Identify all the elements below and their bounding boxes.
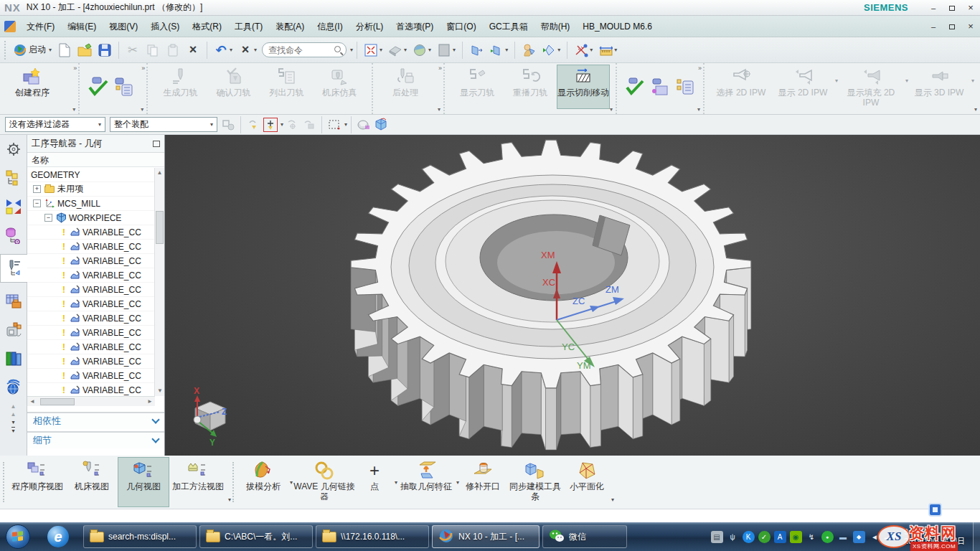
scroll-down-icon[interactable]: ▼ bbox=[155, 386, 165, 396]
tool-list-icon[interactable] bbox=[113, 76, 135, 98]
graphics-viewport[interactable]: XM XC ZC ZM YC YM X Z Y bbox=[165, 135, 980, 456]
clip-section-button[interactable] bbox=[467, 42, 486, 59]
tree-row-workpiece[interactable]: − WORKPIECE bbox=[27, 211, 155, 225]
tree-row-operation[interactable]: ! VARIABLE_CC bbox=[27, 340, 155, 354]
menu-item[interactable]: 分析(L) bbox=[349, 22, 390, 32]
web-browser-icon[interactable] bbox=[3, 376, 24, 399]
show-toolpath-button[interactable]: 显示刀轨 bbox=[451, 65, 504, 109]
tree-row-operation[interactable]: ! VARIABLE_CC bbox=[27, 311, 155, 326]
chevron-down-icon[interactable]: ▾ bbox=[72, 106, 75, 113]
restore-button[interactable] bbox=[946, 4, 958, 12]
dependencies-section[interactable]: 相依性 bbox=[27, 412, 164, 429]
chevron-down-icon[interactable]: ▾ bbox=[350, 47, 353, 53]
delete-button[interactable]: × bbox=[184, 42, 202, 59]
extract-geometry-button[interactable]: 抽取几何特征 bbox=[397, 457, 455, 507]
undock-icon[interactable] bbox=[153, 141, 160, 147]
machining-method-view-button[interactable]: 加工方法视图 bbox=[169, 457, 227, 507]
machine-navigator-icon[interactable] bbox=[3, 319, 24, 342]
show-2d-ipw-button[interactable]: 显示 2D IPW bbox=[772, 65, 834, 109]
chevron-down-icon[interactable]: ▾ bbox=[611, 496, 614, 503]
start-menu-button[interactable]: 启动 ▾ bbox=[11, 42, 54, 59]
expand-icon[interactable]: » bbox=[698, 65, 700, 72]
open-file-button[interactable] bbox=[75, 42, 94, 59]
operation-list-icon[interactable] bbox=[674, 76, 695, 98]
tree-row-operation[interactable]: ! VARIABLE_CC bbox=[27, 383, 155, 396]
menu-item[interactable]: 窗口(O) bbox=[440, 22, 482, 32]
chevron-down-icon[interactable]: ▾ bbox=[610, 106, 613, 113]
chevron-down-icon[interactable]: ▾ bbox=[228, 496, 231, 503]
menu-item[interactable]: 信息(I) bbox=[311, 22, 349, 32]
wechat-tray-icon[interactable]: ● bbox=[821, 531, 834, 543]
preferences-button[interactable]: ▾ bbox=[540, 42, 562, 59]
edit-section-button[interactable]: ▾ bbox=[487, 42, 510, 59]
machine-simulation-button[interactable]: 机床仿真 bbox=[313, 65, 366, 109]
wave-geometry-linker-button[interactable]: WAVE 几何链接器 bbox=[293, 457, 356, 507]
scrollbar-thumb[interactable] bbox=[40, 398, 75, 405]
taskbar-item-folder1[interactable]: search-ms:displ... bbox=[83, 525, 197, 548]
menu-item[interactable]: 工具(T) bbox=[228, 22, 269, 32]
menu-item[interactable]: 插入(S) bbox=[144, 22, 186, 32]
part-navigator-icon[interactable] bbox=[3, 224, 24, 247]
undo-button[interactable]: ↶▾ bbox=[212, 42, 235, 59]
menu-item[interactable]: GC工具箱 bbox=[483, 22, 534, 32]
show-cutting-moves-button[interactable]: 显示切削移动 bbox=[557, 65, 610, 109]
tree-row-geometry[interactable]: GEOMETRY bbox=[27, 168, 155, 182]
taskbar-item-wechat[interactable]: 微信 bbox=[542, 525, 627, 548]
doc-close-button[interactable]: × bbox=[964, 21, 977, 32]
generate-toolpath-button[interactable]: 生成刀轨 bbox=[154, 65, 207, 109]
expand-icon[interactable]: » bbox=[73, 65, 75, 72]
collapse-minus-icon[interactable]: − bbox=[44, 214, 52, 222]
scroll-right-icon[interactable]: ► bbox=[145, 398, 155, 405]
render-style-button[interactable]: ▾ bbox=[410, 42, 433, 59]
taskbar-item-folder2[interactable]: C:\ABC\一看。刘... bbox=[199, 525, 313, 548]
menu-item[interactable]: 首选项(P) bbox=[390, 22, 440, 32]
snap-point-active-icon[interactable] bbox=[263, 118, 278, 132]
tree-row-operation[interactable]: ! VARIABLE_CC bbox=[27, 283, 155, 297]
chevron-down-icon[interactable]: ▾ bbox=[281, 121, 283, 128]
start-button[interactable] bbox=[6, 524, 30, 549]
scroll-up-icon[interactable]: ▲ bbox=[11, 411, 17, 418]
display-icon[interactable]: ▬ bbox=[837, 531, 849, 543]
machining-feature-navigator-icon[interactable] bbox=[3, 290, 24, 313]
tree-row-operation[interactable]: ! VARIABLE_CC bbox=[27, 354, 155, 369]
browser-icon[interactable]: e bbox=[47, 526, 69, 547]
close-button[interactable]: × bbox=[964, 2, 977, 13]
expand-icon[interactable]: » bbox=[141, 65, 143, 72]
selection-scope-select[interactable]: 整个装配▾ bbox=[110, 117, 217, 132]
shaded-object-icon[interactable] bbox=[357, 118, 371, 132]
collapse-icon[interactable]: ▾ bbox=[11, 427, 14, 434]
tree-row-operation[interactable]: ! VARIABLE_CC bbox=[27, 225, 155, 240]
scrollbar-thumb[interactable] bbox=[156, 211, 164, 244]
draft-analysis-button[interactable]: 拔模分析 bbox=[238, 457, 288, 507]
redo-button[interactable]: ×▾ bbox=[236, 42, 259, 59]
details-section[interactable]: 细节 bbox=[27, 431, 164, 448]
keyboard-icon[interactable]: ▤ bbox=[711, 531, 723, 543]
point-button[interactable]: + 点 bbox=[356, 457, 393, 507]
chevron-down-icon[interactable]: ▾ bbox=[438, 106, 440, 113]
expand-plus-icon[interactable]: + bbox=[33, 185, 41, 193]
rectangle-select-icon[interactable] bbox=[327, 118, 341, 132]
chevron-down-icon[interactable]: ▾ bbox=[971, 77, 974, 84]
tree-row-mcs-mill[interactable]: − MCS_MILL bbox=[27, 197, 155, 211]
power-plug-icon[interactable]: ↯ bbox=[806, 531, 818, 543]
tree-row-operation[interactable]: ! VARIABLE_CC bbox=[27, 240, 155, 254]
verify-toolpath-button[interactable]: 确认刀轨 bbox=[207, 65, 260, 109]
cut-button[interactable]: ✂ bbox=[123, 42, 142, 59]
taskbar-item-folder3[interactable]: \\172.16.0.118\... bbox=[316, 525, 429, 548]
assembly-navigator-icon[interactable] bbox=[3, 166, 24, 189]
menu-item[interactable]: 编辑(E) bbox=[61, 22, 103, 32]
menu-item[interactable]: 装配(A) bbox=[269, 22, 311, 32]
chevron-down-icon[interactable]: ▾ bbox=[141, 106, 143, 113]
snap-point-icon[interactable] bbox=[246, 118, 260, 132]
tree-row-operation[interactable]: ! VARIABLE_CC bbox=[27, 268, 155, 283]
machine-tool-view-button[interactable]: 机床视图 bbox=[66, 457, 118, 507]
copy-button[interactable] bbox=[143, 42, 162, 59]
doc-restore-button[interactable] bbox=[946, 22, 958, 31]
assembly-select-icon[interactable] bbox=[221, 118, 235, 132]
menu-item[interactable]: 文件(F) bbox=[20, 22, 61, 32]
rotate-point-icon[interactable] bbox=[285, 118, 299, 132]
usb-icon[interactable]: ψ bbox=[727, 531, 739, 543]
create-program-button[interactable]: 创建程序 bbox=[6, 65, 59, 109]
view-triad-cube[interactable]: X Z Y bbox=[194, 386, 227, 448]
show-filled-2d-ipw-button[interactable]: 显示填充 2D IPW bbox=[838, 65, 904, 109]
